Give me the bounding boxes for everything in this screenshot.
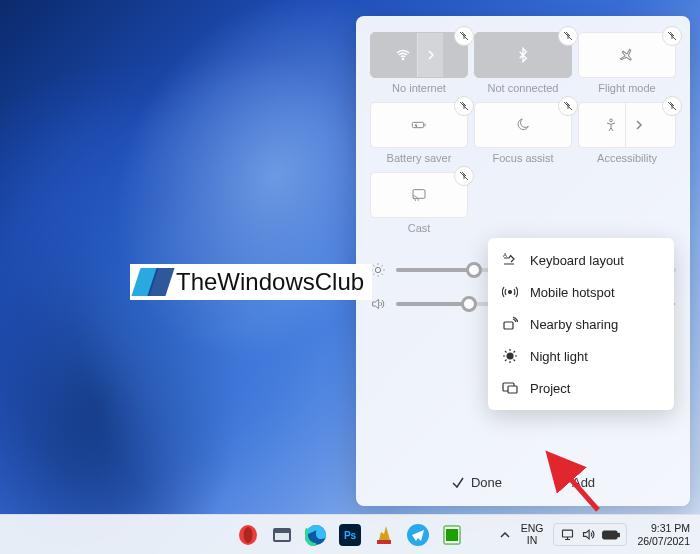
svg-point-6 bbox=[509, 291, 512, 294]
accessibility-label: Accessibility bbox=[578, 152, 676, 164]
unpin-bluetooth-button[interactable] bbox=[558, 26, 578, 46]
accessibility-icon bbox=[603, 117, 619, 133]
unpin-accessibility-button[interactable] bbox=[662, 96, 682, 116]
svg-point-2 bbox=[610, 119, 613, 122]
telegram-app-icon[interactable] bbox=[404, 521, 432, 549]
accessibility-expand-button[interactable] bbox=[625, 103, 651, 147]
flight-mode-tile[interactable] bbox=[578, 32, 676, 78]
add-item-night-light[interactable]: Night light bbox=[488, 340, 674, 372]
svg-rect-20 bbox=[377, 540, 391, 544]
project-icon bbox=[502, 380, 518, 396]
unpin-cast-button[interactable] bbox=[454, 166, 474, 186]
add-item-project[interactable]: Project bbox=[488, 372, 674, 404]
ccleaner-app-icon[interactable] bbox=[370, 521, 398, 549]
taskbar-pinned-apps: Ps bbox=[234, 521, 466, 549]
watermark-logo-icon bbox=[134, 268, 170, 296]
unpin-battery-saver-button[interactable] bbox=[454, 96, 474, 116]
cast-label: Cast bbox=[370, 222, 468, 234]
svg-point-14 bbox=[244, 527, 253, 543]
svg-rect-10 bbox=[508, 386, 517, 393]
nearby-sharing-icon bbox=[502, 316, 518, 332]
brightness-icon bbox=[370, 262, 386, 278]
cast-tile[interactable] bbox=[370, 172, 468, 218]
svg-rect-23 bbox=[446, 529, 458, 541]
edge-app-icon[interactable] bbox=[302, 521, 330, 549]
add-item-nearby-sharing[interactable]: Nearby sharing bbox=[488, 308, 674, 340]
add-item-mobile-hotspot[interactable]: Mobile hotspot bbox=[488, 276, 674, 308]
svg-rect-16 bbox=[275, 533, 289, 540]
taskbar: Ps ENG IN 9:31 PM 26/07/2021 bbox=[0, 514, 700, 554]
svg-rect-7 bbox=[504, 322, 513, 329]
bluetooth-tile[interactable] bbox=[474, 32, 572, 78]
add-label: Add bbox=[572, 475, 595, 490]
keyboard-layout-icon: A bbox=[502, 252, 518, 268]
quick-settings-footer: Done Add bbox=[356, 469, 690, 496]
add-item-keyboard-layout[interactable]: A Keyboard layout bbox=[488, 244, 674, 276]
focus-assist-tile[interactable] bbox=[474, 102, 572, 148]
unpin-flight-mode-button[interactable] bbox=[662, 26, 682, 46]
svg-rect-25 bbox=[603, 531, 617, 539]
done-label: Done bbox=[471, 475, 502, 490]
watermark-text: TheWindowsClub bbox=[176, 268, 364, 296]
app-icon[interactable] bbox=[268, 521, 296, 549]
moon-icon bbox=[515, 117, 531, 133]
menu-item-label: Mobile hotspot bbox=[530, 285, 615, 300]
opera-app-icon[interactable] bbox=[234, 521, 262, 549]
flight-mode-label: Flight mode bbox=[578, 82, 676, 94]
language-indicator[interactable]: ENG IN bbox=[521, 523, 544, 546]
wifi-label: No internet bbox=[370, 82, 468, 94]
taskbar-system-tray: ENG IN 9:31 PM 26/07/2021 bbox=[499, 522, 690, 546]
svg-rect-3 bbox=[413, 190, 425, 199]
airplane-icon bbox=[619, 47, 635, 63]
menu-item-label: Project bbox=[530, 381, 570, 396]
battery-saver-label: Battery saver bbox=[370, 152, 468, 164]
add-button[interactable]: Add bbox=[542, 469, 605, 496]
cast-icon bbox=[411, 187, 427, 203]
battery-saver-tile[interactable] bbox=[370, 102, 468, 148]
system-tray-group[interactable] bbox=[553, 523, 627, 546]
watermark-overlay: TheWindowsClub bbox=[130, 264, 372, 300]
svg-point-4 bbox=[375, 267, 380, 272]
photoshop-app-icon[interactable]: Ps bbox=[336, 521, 364, 549]
svg-rect-1 bbox=[412, 122, 423, 127]
volume-tray-icon bbox=[581, 527, 596, 542]
bluetooth-label: Not connected bbox=[474, 82, 572, 94]
wifi-tile[interactable] bbox=[370, 32, 468, 78]
night-light-icon bbox=[502, 348, 518, 364]
menu-item-label: Night light bbox=[530, 349, 588, 364]
svg-text:A: A bbox=[503, 252, 507, 258]
svg-point-8 bbox=[507, 353, 513, 359]
check-icon bbox=[451, 476, 465, 490]
plus-icon bbox=[552, 476, 566, 490]
unpin-wifi-button[interactable] bbox=[454, 26, 474, 46]
svg-rect-24 bbox=[563, 530, 573, 537]
wifi-expand-button[interactable] bbox=[417, 33, 443, 77]
quick-settings-tiles: No internet Not connected Flight mode Ba… bbox=[370, 32, 676, 234]
wifi-icon bbox=[395, 47, 411, 63]
volume-icon bbox=[370, 296, 386, 312]
svg-point-0 bbox=[402, 58, 403, 59]
quick-settings-panel: No internet Not connected Flight mode Ba… bbox=[356, 16, 690, 506]
svg-rect-26 bbox=[618, 533, 620, 536]
battery-tray-icon bbox=[602, 529, 620, 541]
menu-item-label: Keyboard layout bbox=[530, 253, 624, 268]
unpin-focus-assist-button[interactable] bbox=[558, 96, 578, 116]
bluetooth-icon bbox=[515, 47, 531, 63]
focus-assist-label: Focus assist bbox=[474, 152, 572, 164]
mobile-hotspot-icon bbox=[502, 284, 518, 300]
add-menu-popup: A Keyboard layout Mobile hotspot Nearby … bbox=[488, 238, 674, 410]
network-tray-icon bbox=[560, 527, 575, 542]
libreoffice-app-icon[interactable] bbox=[438, 521, 466, 549]
svg-text:Ps: Ps bbox=[344, 530, 357, 541]
taskbar-clock[interactable]: 9:31 PM 26/07/2021 bbox=[637, 522, 690, 546]
done-button[interactable]: Done bbox=[441, 469, 512, 496]
battery-saver-icon bbox=[411, 117, 427, 133]
accessibility-tile[interactable] bbox=[578, 102, 676, 148]
menu-item-label: Nearby sharing bbox=[530, 317, 618, 332]
tray-overflow-icon[interactable] bbox=[499, 529, 511, 541]
